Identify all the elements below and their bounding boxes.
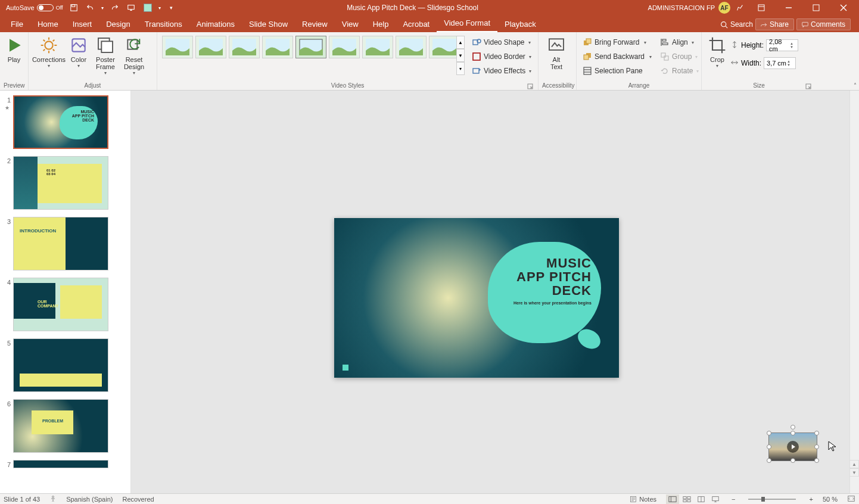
- zoom-slider[interactable]: [748, 499, 796, 500]
- recovered-status[interactable]: Recovered: [122, 496, 154, 503]
- group-button[interactable]: Group▾: [658, 50, 701, 63]
- slide-thumb-item[interactable]: 7: [2, 460, 128, 468]
- slide-thumbnail[interactable]: MUSICAPP PITCHDECK: [13, 95, 108, 149]
- prev-slide-icon[interactable]: ▲: [849, 460, 859, 468]
- video-style-thumb[interactable]: [162, 36, 193, 58]
- size-dialog-launcher-icon[interactable]: [805, 83, 811, 89]
- resize-handle[interactable]: [814, 444, 819, 449]
- height-spinner[interactable]: ▲▼: [790, 42, 795, 49]
- inserted-video-object[interactable]: [768, 433, 817, 461]
- coming-soon-icon[interactable]: [734, 2, 746, 14]
- alt-text-button[interactable]: Alt Text: [542, 33, 571, 80]
- slide-thumb-item[interactable]: 1★ MUSICAPP PITCHDECK: [2, 95, 128, 149]
- video-border-button[interactable]: Video Border▾: [469, 50, 534, 63]
- video-shape-button[interactable]: Video Shape▾: [469, 36, 534, 49]
- align-button[interactable]: Align▾: [658, 36, 701, 49]
- tab-slide-show[interactable]: Slide Show: [242, 16, 295, 32]
- resize-handle[interactable]: [767, 458, 771, 463]
- save-icon[interactable]: [68, 2, 80, 14]
- slide-thumb-item[interactable]: 4 OURCOMPANY: [2, 278, 128, 331]
- account-name[interactable]: ADMINISTRACION FP: [648, 4, 715, 11]
- selection-pane-button[interactable]: Selection Pane: [580, 64, 654, 77]
- video-style-thumb[interactable]: [329, 36, 360, 58]
- crop-button[interactable]: Crop: [705, 33, 729, 80]
- slide-thumbnail[interactable]: PROBLEM: [13, 399, 108, 453]
- video-style-gallery[interactable]: ▲ ▼ ▾: [161, 33, 465, 80]
- reading-view-button[interactable]: [695, 494, 708, 504]
- minimize-button[interactable]: [777, 0, 801, 15]
- resize-handle[interactable]: [767, 444, 771, 449]
- zoom-in-button[interactable]: +: [809, 496, 813, 503]
- video-style-thumb[interactable]: [229, 36, 260, 58]
- rotate-button[interactable]: Rotate▾: [658, 64, 701, 77]
- height-input[interactable]: 2,08 cm ▲▼: [766, 39, 798, 51]
- tab-animations[interactable]: Animations: [189, 16, 242, 32]
- collapse-ribbon-icon[interactable]: ˄: [854, 82, 857, 89]
- video-effects-button[interactable]: Video Effects▾: [469, 64, 534, 77]
- share-button[interactable]: Share: [755, 18, 794, 30]
- slide-thumb-item[interactable]: 5: [2, 338, 128, 392]
- tab-transitions[interactable]: Transitions: [138, 16, 189, 32]
- width-input[interactable]: 3,7 cm ▲▼: [764, 57, 796, 69]
- slide-thumbnail[interactable]: [13, 460, 108, 468]
- video-play-icon[interactable]: [787, 441, 799, 453]
- color-button[interactable]: Color: [67, 33, 91, 80]
- zoom-out-button[interactable]: −: [732, 496, 735, 503]
- next-slide-icon[interactable]: ▼: [849, 468, 859, 477]
- slide-thumb-item[interactable]: 2 01 0203 04: [2, 156, 128, 210]
- slide-sorter-view-button[interactable]: [680, 494, 693, 504]
- language-status[interactable]: Spanish (Spain): [66, 496, 113, 503]
- notes-button[interactable]: Notes: [630, 496, 656, 503]
- resize-handle[interactable]: [790, 458, 795, 463]
- accessibility-status-icon[interactable]: [49, 495, 57, 503]
- tab-review[interactable]: Review: [295, 16, 335, 32]
- video-style-thumb[interactable]: [195, 36, 226, 58]
- canvas-scrollbar[interactable]: [849, 91, 859, 493]
- slide-canvas[interactable]: MUSIC APP PITCH DECK Here is where your …: [131, 91, 859, 493]
- main-slide[interactable]: MUSIC APP PITCH DECK Here is where your …: [334, 218, 619, 378]
- resize-handle[interactable]: [790, 431, 795, 435]
- corrections-button[interactable]: Corrections: [32, 33, 66, 80]
- slide-thumbnail[interactable]: [13, 338, 108, 392]
- gallery-down-icon[interactable]: ▼: [456, 49, 465, 62]
- play-button[interactable]: Play: [4, 33, 24, 80]
- bring-forward-button[interactable]: Bring Forward▾: [580, 36, 654, 49]
- slide-thumb-item[interactable]: 6 PROBLEM: [2, 399, 128, 453]
- ribbon-display-button[interactable]: [749, 0, 773, 15]
- avatar[interactable]: AF: [718, 2, 730, 14]
- slide-thumbnail[interactable]: 01 0203 04: [13, 156, 108, 210]
- tab-home[interactable]: Home: [30, 16, 66, 32]
- resize-handle[interactable]: [814, 458, 819, 463]
- video-style-thumb[interactable]: [396, 36, 427, 58]
- search-input[interactable]: Search: [720, 20, 753, 29]
- theme-color-dropdown-icon[interactable]: ▾: [158, 5, 161, 11]
- customize-qat-icon[interactable]: ▾: [166, 2, 178, 14]
- undo-button[interactable]: [85, 2, 97, 14]
- video-style-thumb[interactable]: [362, 36, 393, 58]
- video-styles-dialog-launcher-icon[interactable]: [527, 83, 533, 89]
- tab-insert[interactable]: Insert: [66, 16, 99, 32]
- slide-counter[interactable]: Slide 1 of 43: [4, 496, 40, 503]
- tab-view[interactable]: View: [335, 16, 366, 32]
- maximize-button[interactable]: [804, 0, 828, 15]
- reset-design-button[interactable]: Reset Design: [120, 33, 148, 80]
- tab-video-format[interactable]: Video Format: [437, 15, 497, 32]
- tab-design[interactable]: Design: [99, 16, 137, 32]
- tab-acrobat[interactable]: Acrobat: [396, 16, 437, 32]
- undo-dropdown-icon[interactable]: ▾: [101, 5, 104, 11]
- send-backward-button[interactable]: Send Backward▾: [580, 50, 654, 63]
- start-from-beginning-icon[interactable]: [125, 2, 137, 14]
- zoom-level[interactable]: 50 %: [823, 496, 838, 503]
- fit-to-window-button[interactable]: [847, 495, 855, 503]
- slideshow-view-button[interactable]: [709, 494, 722, 504]
- rotate-handle[interactable]: [790, 425, 795, 430]
- slide-thumb-item[interactable]: 3 INTRODUCTION: [2, 217, 128, 270]
- poster-frame-button[interactable]: Poster Frame: [92, 33, 119, 80]
- video-style-thumb[interactable]: [295, 36, 326, 58]
- resize-handle[interactable]: [814, 431, 819, 435]
- tab-playback[interactable]: Playback: [497, 16, 543, 32]
- resize-handle[interactable]: [767, 431, 771, 435]
- tab-help[interactable]: Help: [366, 16, 396, 32]
- close-button[interactable]: [832, 0, 855, 15]
- slide-thumbnail[interactable]: INTRODUCTION: [13, 217, 108, 270]
